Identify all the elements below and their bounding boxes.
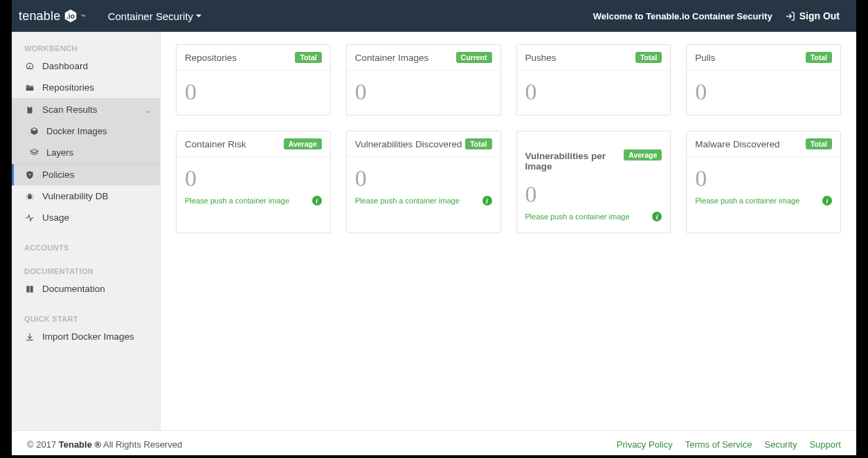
sidebar-item-label: Docker Images: [46, 126, 107, 136]
card-title: Container Images: [355, 53, 429, 63]
card-title: Malware Discovered: [695, 139, 779, 149]
sidebar-item-label: Scan Results: [42, 104, 98, 115]
card-hint: Please push a container image: [695, 196, 799, 205]
clipboard-icon: [24, 105, 35, 115]
info-icon[interactable]: i: [482, 196, 492, 205]
card-title: Pushes: [525, 53, 557, 63]
chevron-down-icon: ⌄: [145, 106, 150, 113]
sidebar-item-label: Import Docker Images: [42, 331, 134, 342]
copyright: © 2017 Tenable ® All Rights Reserved: [27, 439, 182, 450]
sidebar-item-dashboard[interactable]: Dashboard: [12, 55, 160, 77]
sidebar-item-label: Repositories: [42, 82, 94, 93]
svg-rect-4: [28, 106, 31, 107]
info-icon[interactable]: i: [822, 196, 832, 205]
main-content: Repositories Total 0 Container Images Cu…: [161, 32, 856, 430]
sidebar-item-label: Dashboard: [42, 61, 88, 71]
card-value: 0: [695, 167, 832, 190]
folder-icon: [24, 83, 35, 93]
card-vulnerabilities-per-image: Vulnerabilities per Image Average 0 Plea…: [516, 131, 671, 233]
card-badge: Average: [284, 138, 322, 149]
sidebar: WORKBENCH Dashboard Repositories Scan Re…: [12, 32, 161, 430]
card-value: 0: [185, 167, 322, 190]
bug-icon: [24, 192, 35, 201]
product-selector[interactable]: Container Security: [108, 10, 201, 22]
app-header: tenable .io ™ Container Security Welcome…: [12, 0, 856, 32]
info-icon[interactable]: i: [652, 212, 662, 221]
sidebar-item-scan-results[interactable]: Scan Results ⌄: [12, 98, 160, 120]
sidebar-item-docker-images[interactable]: Docker Images: [12, 120, 160, 142]
svg-point-6: [28, 194, 32, 199]
sidebar-item-usage[interactable]: Usage: [12, 207, 160, 228]
product-name: Container Security: [108, 10, 193, 22]
sidebar-item-repositories[interactable]: Repositories: [12, 77, 160, 98]
card-title: Vulnerabilities Discovered: [355, 139, 462, 149]
card-badge: Average: [624, 149, 662, 161]
sidebar-item-layers[interactable]: Layers: [12, 142, 160, 163]
card-repositories: Repositories Total 0: [176, 44, 331, 116]
card-hint: Please push a container image: [185, 196, 289, 205]
sidebar-item-vulnerability-db[interactable]: Vulnerability DB: [12, 185, 160, 207]
svg-text:.io: .io: [66, 12, 75, 20]
layers-icon: [28, 148, 39, 157]
sidebar-item-documentation[interactable]: Documentation: [12, 278, 160, 300]
signout-button[interactable]: Sign Out: [785, 10, 840, 21]
gauge-icon: [24, 62, 35, 71]
svg-rect-3: [28, 107, 33, 113]
footer-link-security[interactable]: Security: [764, 439, 797, 450]
sidebar-item-label: Policies: [42, 170, 75, 180]
card-hint: Please push a container image: [525, 212, 630, 221]
activity-icon: [24, 213, 35, 223]
signout-icon: [785, 11, 795, 21]
brand-logo[interactable]: tenable .io ™: [19, 8, 86, 24]
welcome-text: Welcome to Tenable.io Container Security: [593, 11, 772, 21]
sidebar-item-label: Usage: [42, 212, 69, 223]
card-badge: Total: [295, 52, 321, 63]
card-container-images: Container Images Current 0: [346, 44, 501, 116]
card-title: Container Risk: [185, 139, 246, 149]
trademark-symbol: ™: [80, 14, 85, 19]
sidebar-section-quickstart: QUICK START: [12, 309, 160, 326]
sidebar-item-label: Vulnerability DB: [42, 191, 109, 201]
card-value: 0: [695, 80, 832, 104]
card-value: 0: [525, 80, 662, 104]
card-badge: Total: [635, 52, 662, 63]
card-malware-discovered: Malware Discovered Total 0 Please push a…: [686, 131, 841, 233]
card-title: Vulnerabilities per Image: [525, 138, 624, 172]
card-badge: Total: [465, 138, 491, 149]
chevron-down-icon: [196, 15, 201, 17]
sidebar-item-import-docker[interactable]: Import Docker Images: [12, 326, 160, 347]
shield-icon: [24, 170, 35, 180]
card-badge: Current: [456, 52, 492, 63]
cube-icon: [28, 127, 39, 136]
book-icon: [24, 284, 35, 294]
card-value: 0: [525, 183, 662, 206]
card-container-risk: Container Risk Average 0 Please push a c…: [176, 131, 331, 233]
download-icon: [24, 332, 35, 342]
card-badge: Total: [806, 52, 832, 63]
card-vulnerabilities-discovered: Vulnerabilities Discovered Total 0 Pleas…: [346, 131, 501, 233]
sidebar-section-documentation: DOCUMENTATION: [12, 262, 160, 278]
card-pulls: Pulls Total 0: [686, 44, 841, 116]
card-value: 0: [355, 167, 492, 190]
footer-link-terms[interactable]: Terms of Service: [685, 439, 752, 450]
hexagon-icon: .io: [63, 8, 78, 24]
card-hint: Please push a container image: [355, 196, 460, 205]
brand-text-prefix: tenable: [19, 9, 60, 24]
sidebar-section-accounts: ACCOUNTS: [12, 238, 160, 255]
sidebar-item-policies[interactable]: Policies: [12, 163, 160, 185]
card-badge: Total: [806, 138, 832, 149]
sidebar-section-workbench: WORKBENCH: [12, 39, 160, 55]
card-pushes: Pushes Total 0: [516, 44, 671, 116]
card-value: 0: [355, 80, 492, 104]
card-title: Repositories: [185, 53, 237, 63]
card-value: 0: [185, 80, 322, 104]
footer-link-support[interactable]: Support: [809, 439, 841, 450]
signout-label: Sign Out: [799, 10, 840, 21]
sidebar-item-label: Documentation: [42, 284, 105, 294]
sidebar-item-label: Layers: [46, 147, 73, 158]
svg-marker-5: [30, 149, 38, 153]
footer-link-privacy[interactable]: Privacy Policy: [617, 439, 673, 450]
footer: © 2017 Tenable ® All Rights Reserved Pri…: [12, 430, 856, 458]
card-title: Pulls: [695, 53, 715, 63]
info-icon[interactable]: i: [312, 196, 322, 205]
